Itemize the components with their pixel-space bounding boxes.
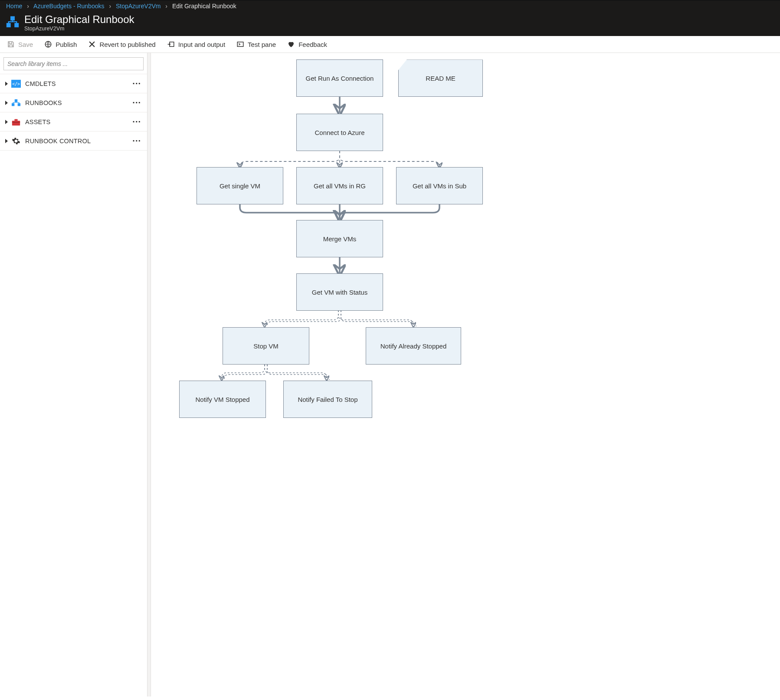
chevron-right-icon: ›	[162, 3, 170, 10]
test-pane-button[interactable]: Test pane	[236, 40, 276, 48]
feedback-button[interactable]: Feedback	[287, 40, 327, 48]
chevron-right-icon	[4, 120, 9, 124]
page-subtitle: StopAzureV2Vm	[24, 26, 134, 32]
node-already[interactable]: Notify Already Stopped	[366, 327, 461, 365]
save-button: Save	[7, 40, 33, 48]
node-merge[interactable]: Merge VMs	[296, 220, 383, 257]
svg-rect-12	[14, 119, 17, 121]
library-sidebar: </> CMDLETS ··· RUNBOOKS ··· ASSETS ··· …	[0, 53, 147, 697]
svg-rect-13	[12, 122, 20, 122]
main-area: </> CMDLETS ··· RUNBOOKS ··· ASSETS ··· …	[0, 53, 780, 697]
node-get-run-as[interactable]: Get Run As Connection	[296, 59, 383, 97]
search-input[interactable]	[3, 57, 144, 70]
category-runbooks[interactable]: RUNBOOKS ···	[0, 93, 147, 112]
category-cmdlets[interactable]: </> CMDLETS ···	[0, 74, 147, 93]
category-runbook-control[interactable]: RUNBOOK CONTROL ···	[0, 131, 147, 151]
splitter-handle[interactable]	[147, 53, 151, 697]
svg-rect-9	[18, 103, 20, 106]
more-icon[interactable]: ···	[132, 79, 143, 89]
node-get-sub[interactable]: Get all VMs in Sub	[396, 167, 483, 204]
node-get-single[interactable]: Get single VM	[197, 167, 283, 204]
category-assets[interactable]: ASSETS ···	[0, 112, 147, 131]
gear-icon	[11, 137, 21, 145]
globe-icon	[44, 40, 52, 48]
node-stop[interactable]: Stop VM	[223, 327, 309, 365]
page-title: Edit Graphical Runbook	[24, 14, 134, 25]
chevron-right-icon	[4, 101, 9, 105]
node-status[interactable]: Get VM with Status	[296, 273, 383, 311]
runbooks-icon	[11, 99, 21, 107]
input-output-icon	[167, 40, 175, 48]
publish-button[interactable]: Publish	[44, 40, 77, 48]
node-stopped[interactable]: Notify VM Stopped	[179, 381, 266, 418]
chevron-right-icon: ›	[24, 3, 32, 10]
test-pane-icon	[236, 40, 244, 48]
node-failed[interactable]: Notify Failed To Stop	[283, 381, 372, 418]
chevron-right-icon: ›	[106, 3, 114, 10]
category-label: RUNBOOKS	[25, 99, 132, 106]
svg-rect-2	[10, 16, 15, 20]
category-label: RUNBOOK CONTROL	[25, 138, 132, 145]
svg-rect-1	[14, 23, 19, 27]
svg-rect-0	[7, 23, 11, 27]
revert-button[interactable]: Revert to published	[88, 40, 155, 48]
svg-rect-11	[12, 121, 20, 125]
title-bar: Edit Graphical Runbook StopAzureV2Vm	[0, 11, 780, 36]
assets-icon	[11, 118, 21, 126]
more-icon[interactable]: ···	[132, 136, 143, 146]
save-icon	[7, 40, 15, 48]
toolbar: Save Publish Revert to published Input a…	[0, 36, 780, 53]
heart-icon	[287, 40, 295, 48]
cmdlets-icon: </>	[11, 79, 21, 88]
svg-rect-8	[12, 103, 14, 106]
breadcrumb-account[interactable]: AzureBudgets - Runbooks	[33, 3, 104, 10]
close-icon	[88, 40, 96, 48]
breadcrumb: Home › AzureBudgets - Runbooks › StopAzu…	[0, 0, 780, 11]
chevron-right-icon	[4, 82, 9, 86]
breadcrumb-runbook[interactable]: StopAzureV2Vm	[116, 3, 161, 10]
more-icon[interactable]: ···	[132, 98, 143, 108]
svg-rect-10	[15, 99, 17, 102]
chevron-right-icon	[4, 139, 9, 143]
breadcrumb-home[interactable]: Home	[6, 3, 22, 10]
node-get-rg[interactable]: Get all VMs in RG	[296, 167, 383, 204]
runbook-canvas[interactable]: Get Run As Connection READ ME Connect to…	[151, 53, 780, 697]
svg-text:</>: </>	[12, 82, 20, 86]
breadcrumb-current: Edit Graphical Runbook	[172, 3, 236, 10]
node-connect[interactable]: Connect to Azure	[296, 114, 383, 151]
more-icon[interactable]: ···	[132, 117, 143, 127]
input-output-button[interactable]: Input and output	[167, 40, 225, 48]
node-readme[interactable]: READ ME	[398, 59, 483, 97]
category-label: CMDLETS	[25, 80, 132, 87]
category-label: ASSETS	[25, 118, 132, 125]
runbook-icon	[5, 16, 20, 30]
